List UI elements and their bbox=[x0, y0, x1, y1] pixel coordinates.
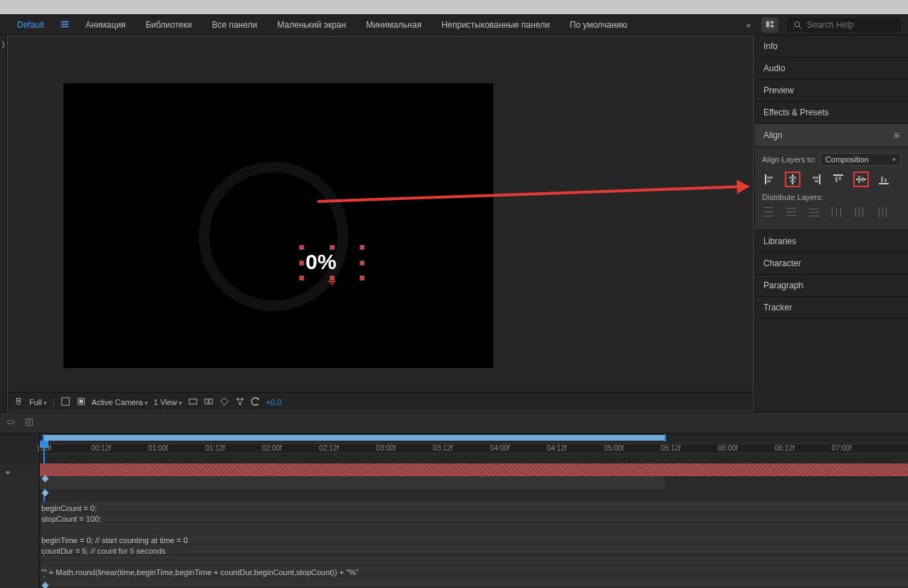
viewer-canvas[interactable]: 0% bbox=[63, 83, 494, 368]
panel-libraries[interactable]: Libraries bbox=[755, 231, 908, 253]
svg-rect-51 bbox=[879, 207, 880, 217]
svg-rect-19 bbox=[767, 177, 773, 179]
workspace-defaultru[interactable]: По умолчанию bbox=[560, 14, 637, 36]
workspace-menu-icon[interactable] bbox=[54, 19, 75, 31]
panel-effects-presets[interactable]: Effects & Presets bbox=[755, 102, 908, 124]
mask-toggle-icon[interactable] bbox=[76, 397, 86, 408]
svg-point-8 bbox=[16, 401, 20, 404]
timeline-tracks[interactable]: beginCount = 0; stopCount = 100; beginTi… bbox=[40, 463, 908, 588]
search-input[interactable] bbox=[807, 20, 892, 30]
svg-rect-47 bbox=[840, 207, 841, 217]
svg-rect-11 bbox=[79, 399, 83, 403]
work-area-bar[interactable] bbox=[43, 435, 666, 441]
svg-rect-26 bbox=[815, 180, 818, 182]
tick: 02:00f bbox=[262, 444, 282, 452]
panel-character[interactable]: Character bbox=[755, 253, 908, 275]
panel-preview[interactable]: Preview bbox=[755, 80, 908, 102]
align-left-button[interactable] bbox=[762, 172, 778, 187]
workspace-bar: Default Анимация Библиотеки Все панели М… bbox=[0, 14, 908, 36]
timeline-ruler[interactable]: ):00f 00:12f 01:00f 01:12f 02:00f 02:12f… bbox=[0, 434, 908, 463]
magnification-icon[interactable] bbox=[14, 397, 24, 408]
tick: 03:12f bbox=[433, 444, 453, 452]
handle-mid-left[interactable] bbox=[299, 261, 304, 266]
align-top-button[interactable] bbox=[830, 172, 846, 187]
panel-align-header[interactable]: Align ≡ bbox=[755, 124, 908, 147]
handle-mid-right[interactable] bbox=[360, 261, 365, 266]
views-dropdown[interactable]: 1 View▾ bbox=[154, 398, 182, 406]
property-row[interactable] bbox=[40, 476, 664, 489]
tick: 01:00f bbox=[148, 444, 168, 452]
right-panel-stack: Info Audio Preview Effects & Presets Ali… bbox=[754, 36, 908, 411]
svg-rect-27 bbox=[833, 174, 843, 176]
panel-tracker[interactable]: Tracker bbox=[755, 297, 908, 319]
align-bottom-button[interactable] bbox=[876, 172, 892, 187]
handle-top-right[interactable] bbox=[360, 245, 365, 250]
svg-rect-20 bbox=[767, 180, 771, 182]
align-vcenter-button[interactable] bbox=[853, 172, 869, 187]
frame-blend-icon[interactable] bbox=[24, 417, 34, 429]
resolution-dropdown[interactable]: Full▾ bbox=[29, 398, 47, 406]
align-hcenter-button[interactable] bbox=[785, 172, 800, 187]
tick: 01:12f bbox=[205, 444, 225, 452]
svg-rect-2 bbox=[61, 26, 69, 28]
tick: 03:00f bbox=[376, 444, 396, 452]
handle-bot-left[interactable] bbox=[299, 275, 304, 280]
home-icon[interactable] bbox=[761, 17, 778, 33]
handle-bot-right[interactable] bbox=[360, 275, 365, 280]
svg-rect-40 bbox=[786, 211, 796, 212]
svg-point-6 bbox=[795, 22, 800, 27]
align-to-dropdown[interactable]: Composition▾ bbox=[820, 153, 901, 166]
left-panel-tab[interactable]: ) bbox=[0, 36, 7, 411]
panel-audio[interactable]: Audio bbox=[755, 58, 908, 80]
panel-paragraph[interactable]: Paragraph bbox=[755, 275, 908, 297]
workspace-default[interactable]: Default bbox=[7, 14, 54, 36]
handle-top-mid[interactable] bbox=[330, 245, 335, 250]
tick: 05:12f bbox=[661, 444, 681, 452]
workspace-overflow-icon[interactable]: » bbox=[741, 21, 756, 29]
align-panel-body: Align Layers to: Composition▾ Distribute… bbox=[755, 147, 908, 231]
workspace-animation[interactable]: Анимация bbox=[75, 14, 135, 36]
collapse-toggle[interactable] bbox=[3, 466, 36, 479]
keyframe-icon[interactable] bbox=[42, 490, 49, 497]
svg-rect-48 bbox=[855, 207, 856, 217]
svg-rect-1 bbox=[61, 23, 69, 25]
svg-rect-36 bbox=[763, 207, 773, 208]
handle-top-left[interactable] bbox=[299, 245, 304, 250]
svg-rect-30 bbox=[856, 179, 866, 180]
view-opts-icon-1[interactable] bbox=[188, 397, 198, 408]
selection-bounding-box[interactable] bbox=[301, 247, 362, 278]
svg-rect-33 bbox=[879, 183, 889, 184]
expression-editor[interactable]: beginCount = 0; stopCount = 100; beginTi… bbox=[41, 503, 908, 578]
timeline-panel: ):00f 00:12f 01:00f 01:12f 02:00f 02:12f… bbox=[0, 411, 908, 588]
anchor-point-icon[interactable] bbox=[329, 278, 335, 284]
workspace-undocked[interactable]: Непристыкованные панели bbox=[432, 14, 560, 36]
panel-align-menu-icon[interactable]: ≡ bbox=[894, 130, 899, 141]
workspace-minimal[interactable]: Минимальная bbox=[356, 14, 432, 36]
panel-align-title: Align bbox=[763, 130, 783, 140]
fast-preview-icon[interactable] bbox=[251, 397, 261, 408]
svg-rect-50 bbox=[862, 207, 863, 217]
exposure-value[interactable]: +0,0 bbox=[266, 398, 282, 406]
workspace-allpanels[interactable]: Все панели bbox=[202, 14, 267, 36]
distribute-hcenter-button bbox=[853, 206, 869, 221]
panel-info[interactable]: Info bbox=[755, 36, 908, 58]
tick: 04:00f bbox=[490, 444, 510, 452]
layer-bar[interactable] bbox=[40, 463, 908, 476]
camera-dropdown[interactable]: Active Camera▾ bbox=[92, 398, 148, 406]
workspace-libraries[interactable]: Библиотеки bbox=[135, 14, 202, 36]
view-opts-icon-3[interactable] bbox=[219, 397, 229, 408]
shy-icon[interactable] bbox=[6, 417, 16, 429]
svg-rect-3 bbox=[766, 21, 769, 28]
view-opts-icon-4[interactable] bbox=[235, 397, 245, 408]
tick: 04:12f bbox=[547, 444, 567, 452]
tick: 00:12f bbox=[91, 444, 111, 452]
workspace-smallscreen[interactable]: Маленький экран bbox=[267, 14, 356, 36]
svg-rect-12 bbox=[189, 399, 197, 404]
view-opts-icon-2[interactable] bbox=[204, 397, 214, 408]
composition-viewer: 0% Full▾ | Active Camera▾ 1 View▾ bbox=[7, 36, 754, 411]
align-right-button[interactable] bbox=[808, 172, 823, 187]
svg-rect-14 bbox=[209, 399, 212, 404]
svg-rect-5 bbox=[771, 25, 773, 28]
search-help[interactable] bbox=[787, 18, 901, 32]
transparency-grid-icon[interactable] bbox=[61, 397, 71, 408]
